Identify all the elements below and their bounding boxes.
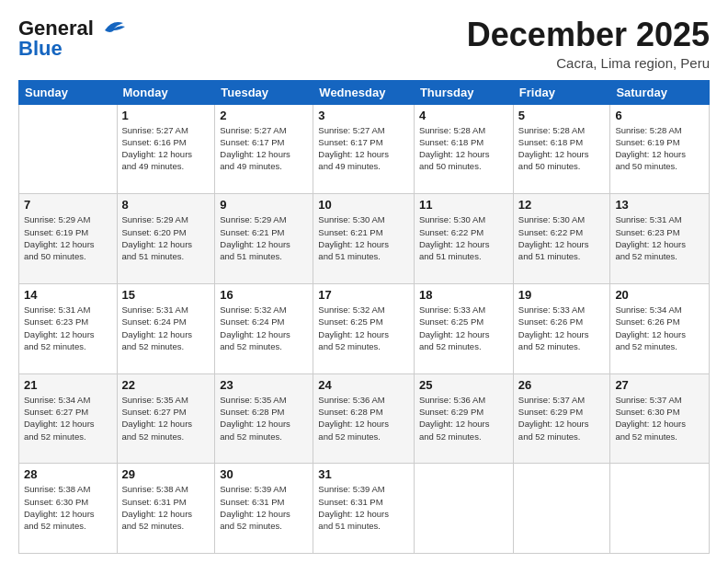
day-number: 9 <box>220 198 308 212</box>
calendar-cell: 19Sunrise: 5:33 AM Sunset: 6:26 PM Dayli… <box>513 283 610 373</box>
day-number: 13 <box>615 198 704 212</box>
day-number: 17 <box>318 288 409 302</box>
day-number: 11 <box>419 198 508 212</box>
day-info: Sunrise: 5:29 AM Sunset: 6:21 PM Dayligh… <box>220 213 308 262</box>
day-number: 31 <box>318 467 409 481</box>
calendar-cell: 29Sunrise: 5:38 AM Sunset: 6:31 PM Dayli… <box>117 464 215 554</box>
day-info: Sunrise: 5:30 AM Sunset: 6:22 PM Dayligh… <box>518 213 606 262</box>
header: General Blue December 2025 Cacra, Lima r… <box>18 17 710 71</box>
day-number: 8 <box>122 198 210 212</box>
day-info: Sunrise: 5:32 AM Sunset: 6:24 PM Dayligh… <box>220 304 308 352</box>
calendar-cell: 8Sunrise: 5:29 AM Sunset: 6:20 PM Daylig… <box>117 194 215 284</box>
day-number: 28 <box>24 467 112 481</box>
day-number: 6 <box>615 109 704 122</box>
day-number: 3 <box>318 109 409 122</box>
day-number: 30 <box>220 467 308 481</box>
page: General Blue December 2025 Cacra, Lima r… <box>0 0 728 563</box>
day-info: Sunrise: 5:27 AM Sunset: 6:17 PM Dayligh… <box>318 124 409 173</box>
calendar-cell <box>513 464 610 554</box>
calendar-weekday-tuesday: Tuesday <box>215 80 313 104</box>
day-info: Sunrise: 5:38 AM Sunset: 6:31 PM Dayligh… <box>122 483 210 532</box>
day-number: 1 <box>122 109 210 122</box>
calendar-cell: 18Sunrise: 5:33 AM Sunset: 6:25 PM Dayli… <box>414 283 513 373</box>
calendar-cell: 15Sunrise: 5:31 AM Sunset: 6:24 PM Dayli… <box>117 283 215 373</box>
day-info: Sunrise: 5:29 AM Sunset: 6:20 PM Dayligh… <box>122 213 210 262</box>
day-number: 25 <box>419 378 508 392</box>
day-info: Sunrise: 5:36 AM Sunset: 6:28 PM Dayligh… <box>318 394 409 442</box>
month-title: December 2025 <box>467 17 710 53</box>
calendar-cell: 6Sunrise: 5:28 AM Sunset: 6:19 PM Daylig… <box>610 104 710 194</box>
calendar-weekday-monday: Monday <box>117 80 215 104</box>
day-number: 23 <box>220 378 308 392</box>
logo: General Blue <box>18 17 127 61</box>
day-number: 10 <box>318 198 409 212</box>
calendar-cell: 13Sunrise: 5:31 AM Sunset: 6:23 PM Dayli… <box>610 194 710 284</box>
day-info: Sunrise: 5:30 AM Sunset: 6:22 PM Dayligh… <box>419 213 508 262</box>
day-number: 15 <box>122 288 210 302</box>
calendar-weekday-sunday: Sunday <box>19 80 118 104</box>
calendar-cell: 16Sunrise: 5:32 AM Sunset: 6:24 PM Dayli… <box>215 283 313 373</box>
day-info: Sunrise: 5:28 AM Sunset: 6:18 PM Dayligh… <box>518 124 606 173</box>
calendar-cell: 28Sunrise: 5:38 AM Sunset: 6:30 PM Dayli… <box>19 464 118 554</box>
calendar-cell: 17Sunrise: 5:32 AM Sunset: 6:25 PM Dayli… <box>313 283 415 373</box>
calendar-cell: 14Sunrise: 5:31 AM Sunset: 6:23 PM Dayli… <box>19 283 118 373</box>
day-number: 21 <box>24 378 112 392</box>
location-subtitle: Cacra, Lima region, Peru <box>467 55 710 71</box>
day-info: Sunrise: 5:34 AM Sunset: 6:26 PM Dayligh… <box>615 304 704 352</box>
calendar-weekday-wednesday: Wednesday <box>313 80 415 104</box>
calendar-cell: 3Sunrise: 5:27 AM Sunset: 6:17 PM Daylig… <box>313 104 415 194</box>
calendar-weekday-saturday: Saturday <box>610 80 710 104</box>
day-info: Sunrise: 5:34 AM Sunset: 6:27 PM Dayligh… <box>24 394 112 442</box>
calendar-cell: 7Sunrise: 5:29 AM Sunset: 6:19 PM Daylig… <box>19 194 118 284</box>
calendar-table: SundayMondayTuesdayWednesdayThursdayFrid… <box>18 80 710 554</box>
calendar-week-row: 14Sunrise: 5:31 AM Sunset: 6:23 PM Dayli… <box>19 283 710 373</box>
day-info: Sunrise: 5:37 AM Sunset: 6:29 PM Dayligh… <box>518 394 606 442</box>
title-block: December 2025 Cacra, Lima region, Peru <box>467 17 710 71</box>
calendar-cell: 23Sunrise: 5:35 AM Sunset: 6:28 PM Dayli… <box>215 373 313 464</box>
calendar-cell: 10Sunrise: 5:30 AM Sunset: 6:21 PM Dayli… <box>313 194 415 284</box>
day-number: 20 <box>615 288 704 302</box>
day-number: 14 <box>24 288 112 302</box>
day-info: Sunrise: 5:36 AM Sunset: 6:29 PM Dayligh… <box>419 394 508 442</box>
day-number: 16 <box>220 288 308 302</box>
calendar-cell: 11Sunrise: 5:30 AM Sunset: 6:22 PM Dayli… <box>414 194 513 284</box>
calendar-cell: 1Sunrise: 5:27 AM Sunset: 6:16 PM Daylig… <box>117 104 215 194</box>
calendar-week-row: 28Sunrise: 5:38 AM Sunset: 6:30 PM Dayli… <box>19 464 710 554</box>
logo-bird-icon <box>97 17 127 38</box>
day-number: 18 <box>419 288 508 302</box>
calendar-cell: 26Sunrise: 5:37 AM Sunset: 6:29 PM Dayli… <box>513 373 610 464</box>
calendar-cell: 30Sunrise: 5:39 AM Sunset: 6:31 PM Dayli… <box>215 464 313 554</box>
calendar-week-row: 21Sunrise: 5:34 AM Sunset: 6:27 PM Dayli… <box>19 373 710 464</box>
calendar-week-row: 1Sunrise: 5:27 AM Sunset: 6:16 PM Daylig… <box>19 104 710 194</box>
calendar-header-row: SundayMondayTuesdayWednesdayThursdayFrid… <box>19 80 710 104</box>
calendar-cell: 9Sunrise: 5:29 AM Sunset: 6:21 PM Daylig… <box>215 194 313 284</box>
day-info: Sunrise: 5:28 AM Sunset: 6:19 PM Dayligh… <box>615 124 704 173</box>
day-info: Sunrise: 5:29 AM Sunset: 6:19 PM Dayligh… <box>24 213 112 262</box>
day-info: Sunrise: 5:39 AM Sunset: 6:31 PM Dayligh… <box>220 483 308 532</box>
day-info: Sunrise: 5:32 AM Sunset: 6:25 PM Dayligh… <box>318 304 409 352</box>
day-info: Sunrise: 5:38 AM Sunset: 6:30 PM Dayligh… <box>24 483 112 532</box>
calendar-cell: 21Sunrise: 5:34 AM Sunset: 6:27 PM Dayli… <box>19 373 118 464</box>
logo-blue: Blue <box>18 37 63 61</box>
calendar-weekday-thursday: Thursday <box>414 80 513 104</box>
day-number: 12 <box>518 198 606 212</box>
day-number: 19 <box>518 288 606 302</box>
day-number: 7 <box>24 198 112 212</box>
day-number: 24 <box>318 378 409 392</box>
day-info: Sunrise: 5:31 AM Sunset: 6:23 PM Dayligh… <box>24 304 112 352</box>
calendar-weekday-friday: Friday <box>513 80 610 104</box>
calendar-cell: 24Sunrise: 5:36 AM Sunset: 6:28 PM Dayli… <box>313 373 415 464</box>
calendar-cell: 20Sunrise: 5:34 AM Sunset: 6:26 PM Dayli… <box>610 283 710 373</box>
calendar-week-row: 7Sunrise: 5:29 AM Sunset: 6:19 PM Daylig… <box>19 194 710 284</box>
day-info: Sunrise: 5:33 AM Sunset: 6:25 PM Dayligh… <box>419 304 508 352</box>
day-info: Sunrise: 5:31 AM Sunset: 6:24 PM Dayligh… <box>122 304 210 352</box>
day-number: 22 <box>122 378 210 392</box>
calendar-cell: 22Sunrise: 5:35 AM Sunset: 6:27 PM Dayli… <box>117 373 215 464</box>
calendar-cell <box>414 464 513 554</box>
day-info: Sunrise: 5:33 AM Sunset: 6:26 PM Dayligh… <box>518 304 606 352</box>
calendar-cell: 12Sunrise: 5:30 AM Sunset: 6:22 PM Dayli… <box>513 194 610 284</box>
day-info: Sunrise: 5:37 AM Sunset: 6:30 PM Dayligh… <box>615 394 704 442</box>
day-info: Sunrise: 5:27 AM Sunset: 6:17 PM Dayligh… <box>220 124 308 173</box>
day-number: 27 <box>615 378 704 392</box>
calendar-cell: 25Sunrise: 5:36 AM Sunset: 6:29 PM Dayli… <box>414 373 513 464</box>
